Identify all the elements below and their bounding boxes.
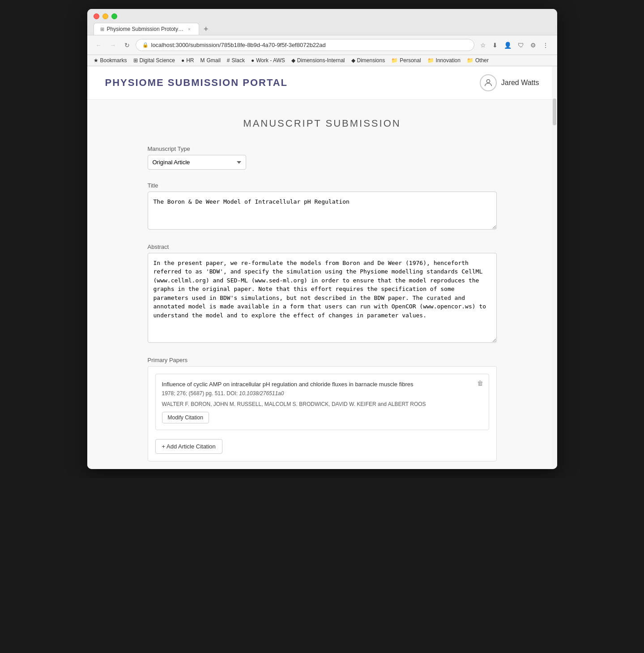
bookmark-personal[interactable]: 📁 Personal xyxy=(391,57,421,64)
avatar[interactable] xyxy=(480,74,497,91)
new-tab-button[interactable]: + xyxy=(201,25,211,34)
bookmark-dim-int-icon: ◆ xyxy=(291,57,295,64)
scroll-track[interactable] xyxy=(552,66,557,469)
manuscript-type-section: Manuscript Type Original Article Retrosp… xyxy=(148,145,497,170)
shield-button[interactable]: 🛡 xyxy=(516,40,526,50)
bookmark-slack[interactable]: # Slack xyxy=(227,57,245,64)
title-label: Title xyxy=(148,182,497,189)
page-title: MANUSCRIPT SUBMISSION xyxy=(148,118,497,129)
bookmark-other[interactable]: 📁 Other xyxy=(467,57,489,64)
bookmark-dimensions-internal[interactable]: ◆ Dimensions-Internal xyxy=(291,57,345,64)
back-button[interactable]: ← xyxy=(94,40,104,50)
url-text: localhost:3000/submission/785b18fe-8b9d-… xyxy=(151,42,326,48)
forward-button[interactable]: → xyxy=(108,40,119,50)
bookmark-star-icon: ★ xyxy=(94,57,98,64)
bookmark-slack-icon: # xyxy=(227,57,230,64)
tab-close-button[interactable]: × xyxy=(186,26,192,32)
title-section: Title The Boron & De Weer Model of Intra… xyxy=(148,182,497,231)
bookmark-dimensions[interactable]: ◆ Dimensions xyxy=(351,57,385,64)
delete-paper-icon[interactable]: 🗑 xyxy=(477,380,483,387)
manuscript-type-label: Manuscript Type xyxy=(148,145,497,152)
page-viewport: PHYSIOME SUBMISSION PORTAL Jared Watts M… xyxy=(87,66,557,469)
paper-item: Influence of cyclic AMP on intracellular… xyxy=(155,374,489,430)
paper-title: Influence of cyclic AMP on intracellular… xyxy=(162,380,482,388)
address-bar[interactable]: 🔒 localhost:3000/submission/785b18fe-8b9… xyxy=(136,39,474,51)
site-header: PHYSIOME SUBMISSION PORTAL Jared Watts xyxy=(87,66,557,100)
tab-favicon-icon: ⊞ xyxy=(100,26,104,32)
bookmark-gmail-icon: M xyxy=(200,57,205,64)
bookmark-personal-icon: 📁 xyxy=(391,57,398,64)
bookmark-work-aws[interactable]: ● Work - AWS xyxy=(251,57,285,64)
bookmark-hr[interactable]: ● HR xyxy=(181,57,194,64)
abstract-label: Abstract xyxy=(148,243,497,250)
manuscript-type-select[interactable]: Original Article Retrospective Letter Re… xyxy=(148,155,246,170)
user-name: Jared Watts xyxy=(501,79,539,87)
paper-meta: 1978; 276; (5687) pg. 511. DOI: 10.1038/… xyxy=(162,390,482,397)
user-section: Jared Watts xyxy=(480,74,539,91)
reload-button[interactable]: ↻ xyxy=(122,40,132,50)
modify-citation-button[interactable]: Modify Citation xyxy=(162,412,209,423)
bookmark-innovation[interactable]: 📁 Innovation xyxy=(427,57,461,64)
bookmark-digital-science[interactable]: ⊞ Digital Science xyxy=(133,57,175,64)
tab-title: Physiome Submission Prototy… xyxy=(107,26,183,32)
papers-container: Influence of cyclic AMP on intracellular… xyxy=(148,366,497,461)
lock-icon: 🔒 xyxy=(142,42,149,48)
primary-papers-section: Primary Papers Influence of cyclic AMP o… xyxy=(148,357,497,461)
paper-authors: WALTER F. BORON, JOHN M. RUSSELL, MALCOL… xyxy=(162,401,482,407)
bookmark-ds-icon: ⊞ xyxy=(133,57,138,64)
abstract-section: Abstract In the present paper, we re-for… xyxy=(148,243,497,345)
bookmark-innovation-icon: 📁 xyxy=(427,57,434,64)
extensions-button[interactable]: ⚙ xyxy=(528,40,538,50)
add-citation-button[interactable]: + Add Article Citation xyxy=(155,439,222,454)
bookmark-hr-icon: ● xyxy=(181,57,184,64)
abstract-textarea[interactable]: In the present paper, we re-formulate th… xyxy=(148,253,497,343)
download-button[interactable]: ⬇ xyxy=(490,40,500,50)
site-title: PHYSIOME SUBMISSION PORTAL xyxy=(105,77,288,89)
bookmark-other-icon: 📁 xyxy=(467,57,473,64)
account-button[interactable]: 👤 xyxy=(502,40,514,50)
maximize-button[interactable] xyxy=(111,13,117,19)
bookmark-aws-icon: ● xyxy=(251,57,254,64)
more-button[interactable]: ⋮ xyxy=(540,40,551,50)
main-form: MANUSCRIPT SUBMISSION Manuscript Type Or… xyxy=(139,100,506,469)
title-textarea[interactable]: The Boron & De Weer Model of Intracellul… xyxy=(148,192,497,230)
bookmark-bookmarks[interactable]: ★ Bookmarks xyxy=(94,57,127,64)
browser-tab[interactable]: ⊞ Physiome Submission Prototy… × xyxy=(94,23,199,35)
svg-point-0 xyxy=(486,80,490,83)
scroll-thumb[interactable] xyxy=(553,98,556,125)
bookmarks-bar: ★ Bookmarks ⊞ Digital Science ● HR M Gma… xyxy=(87,55,557,66)
bookmark-star-button[interactable]: ☆ xyxy=(478,40,488,50)
close-button[interactable] xyxy=(94,13,99,19)
bookmark-gmail[interactable]: M Gmail xyxy=(200,57,221,64)
minimize-button[interactable] xyxy=(102,13,108,19)
bookmark-dim-icon: ◆ xyxy=(351,57,355,64)
primary-papers-label: Primary Papers xyxy=(148,357,497,363)
